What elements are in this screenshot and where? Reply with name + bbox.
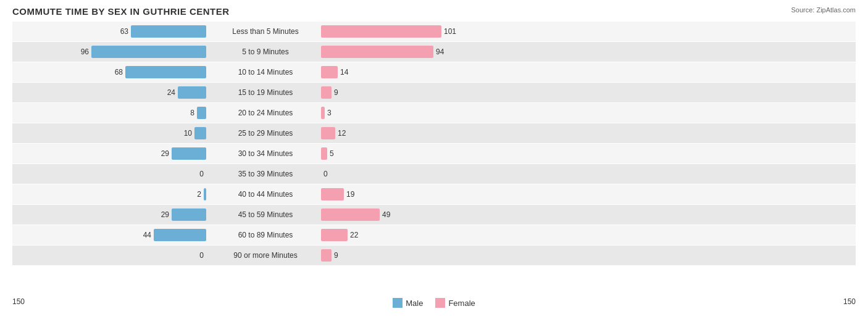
chart-container: COMMUTE TIME BY SEX IN GUTHRIE CENTER So…: [0, 0, 868, 322]
female-value: 101: [444, 27, 456, 36]
chart-row: 68 10 to 14 Minutes 14: [12, 62, 856, 82]
male-bar: [194, 127, 206, 139]
source-label: Source: ZipAtlas.com: [791, 6, 856, 14]
left-section: 24: [12, 86, 210, 99]
row-label: 30 to 34 Minutes: [210, 149, 321, 158]
female-bar: [321, 249, 332, 262]
male-value: 68: [115, 68, 123, 76]
female-bar: [321, 86, 332, 99]
row-label: 90 or more Minutes: [210, 251, 321, 260]
bottom-area: 150 Male Female 150: [12, 295, 856, 308]
row-label: 40 to 44 Minutes: [210, 190, 321, 199]
left-section: 29: [12, 147, 210, 160]
male-value: 0: [199, 251, 204, 260]
left-section: 96: [12, 46, 210, 58]
female-value: 49: [382, 210, 390, 219]
male-bar: [154, 229, 206, 241]
chart-row: 24 15 to 19 Minutes 9: [12, 83, 856, 102]
row-label: 15 to 19 Minutes: [210, 88, 321, 97]
chart-area: 63 Less than 5 Minutes 101 96 5 to 9 Min…: [12, 22, 856, 293]
legend-female-label: Female: [448, 299, 475, 308]
male-bar: [172, 147, 206, 160]
male-value: 2: [197, 190, 201, 199]
female-bar: [321, 229, 348, 241]
male-value: 10: [184, 129, 192, 138]
male-value: 63: [120, 27, 128, 36]
female-value: 5: [330, 149, 334, 158]
female-bar: [321, 66, 338, 78]
male-bar: [197, 107, 206, 119]
chart-row: 29 30 to 34 Minutes 5: [12, 144, 856, 163]
legend-female: Female: [435, 298, 475, 308]
male-value: 96: [81, 47, 89, 56]
right-section: 3: [321, 107, 856, 119]
row-label: 25 to 29 Minutes: [210, 129, 321, 138]
male-bar: [178, 86, 206, 99]
female-value: 94: [436, 47, 444, 56]
male-bar: [125, 66, 206, 78]
right-section: 9: [321, 86, 856, 99]
male-bar: [172, 208, 206, 221]
right-section: 0: [321, 168, 856, 180]
male-value: 8: [190, 109, 194, 117]
left-section: 29: [12, 208, 210, 221]
right-section: 19: [321, 188, 856, 200]
legend-male: Male: [393, 298, 423, 308]
left-section: 10: [12, 127, 210, 139]
right-section: 49: [321, 208, 856, 221]
female-bar: [321, 188, 344, 200]
male-value: 24: [167, 88, 175, 97]
left-section: 68: [12, 66, 210, 78]
female-value: 9: [334, 88, 338, 97]
female-bar: [321, 147, 327, 160]
axis-label-left: 150: [12, 297, 25, 306]
chart-title: COMMUTE TIME BY SEX IN GUTHRIE CENTER: [12, 6, 856, 17]
row-label: 35 to 39 Minutes: [210, 170, 321, 178]
left-section: 63: [12, 25, 210, 38]
chart-row: 96 5 to 9 Minutes 94: [12, 42, 856, 62]
left-section: 0: [12, 249, 210, 262]
male-value: 29: [161, 149, 169, 158]
legend-male-label: Male: [406, 299, 423, 308]
right-section: 101: [321, 25, 856, 38]
right-section: 9: [321, 249, 856, 262]
chart-row: 2 40 to 44 Minutes 19: [12, 184, 856, 204]
female-bar: [321, 208, 380, 221]
row-label: 60 to 89 Minutes: [210, 231, 321, 239]
male-bar: [131, 25, 206, 38]
chart-row: 8 20 to 24 Minutes 3: [12, 103, 856, 123]
legend-female-box: [435, 298, 445, 308]
female-value: 19: [346, 190, 354, 199]
left-section: 2: [12, 188, 210, 200]
left-section: 44: [12, 229, 210, 241]
row-label: Less than 5 Minutes: [210, 27, 321, 36]
right-section: 14: [321, 66, 856, 78]
chart-row: 44 60 to 89 Minutes 22: [12, 225, 856, 245]
left-section: 0: [12, 168, 210, 180]
right-section: 94: [321, 46, 856, 58]
female-bar: [321, 107, 325, 119]
right-section: 22: [321, 229, 856, 241]
female-value: 9: [334, 251, 338, 260]
female-value: 14: [340, 68, 348, 76]
female-value: 22: [350, 231, 358, 239]
row-label: 5 to 9 Minutes: [210, 47, 321, 56]
female-value: 12: [338, 129, 346, 138]
legend-male-box: [393, 298, 403, 308]
female-bar: [321, 127, 335, 139]
left-section: 8: [12, 107, 210, 119]
chart-row: 0 35 to 39 Minutes 0: [12, 164, 856, 184]
row-label: 20 to 24 Minutes: [210, 109, 321, 117]
male-value: 0: [199, 170, 204, 178]
legend: Male Female: [393, 298, 475, 308]
row-label: 45 to 59 Minutes: [210, 210, 321, 219]
axis-label-right: 150: [843, 297, 856, 306]
chart-row: 0 90 or more Minutes 9: [12, 246, 856, 265]
male-bar: [91, 46, 206, 58]
female-bar: [321, 25, 441, 38]
right-section: 12: [321, 127, 856, 139]
chart-row: 63 Less than 5 Minutes 101: [12, 22, 856, 41]
male-bar: [204, 188, 206, 200]
male-value: 29: [161, 210, 169, 219]
female-value: 0: [323, 170, 328, 178]
